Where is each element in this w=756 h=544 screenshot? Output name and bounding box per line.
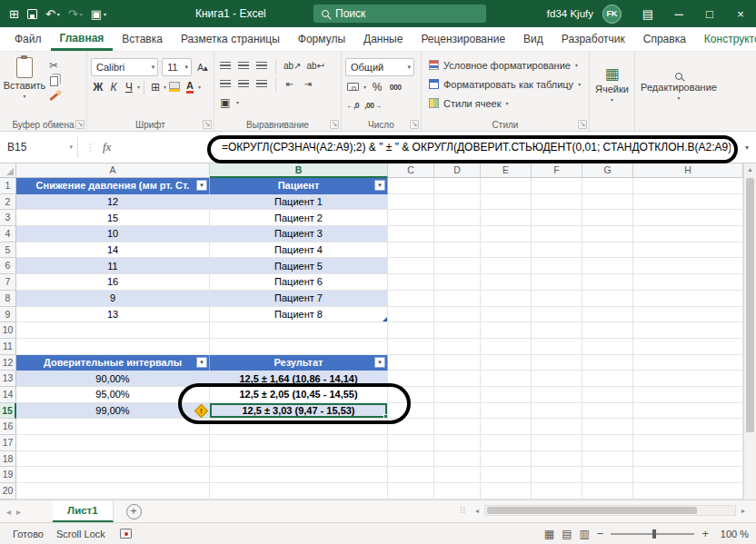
cell-H8[interactable] [633, 291, 743, 307]
cell-C14[interactable] [388, 387, 434, 403]
tab-developer[interactable]: Разработчик [552, 27, 634, 51]
zoom-in-button[interactable]: + [701, 527, 709, 540]
underline-button[interactable]: Ч [122, 79, 136, 94]
cell-A4[interactable]: 10 [16, 226, 210, 242]
cell-F10[interactable] [532, 322, 582, 339]
cell-H10[interactable] [633, 322, 743, 339]
cell-F18[interactable] [532, 451, 582, 468]
cut-button[interactable]: ✂ [45, 58, 62, 73]
conditional-formatting-button[interactable]: Условное форматирование ▾ [425, 55, 585, 74]
cell-D5[interactable] [434, 242, 481, 259]
page-break-view-icon[interactable]: ▥ [579, 528, 589, 540]
cell-H13[interactable] [633, 371, 743, 387]
cell-B9[interactable]: Пациент 8 [210, 307, 388, 323]
scroll-up-icon[interactable]: ▲ [744, 163, 756, 176]
comma-style-button[interactable]: 000 [388, 79, 403, 94]
close-button[interactable]: × [725, 0, 756, 27]
cell-A8[interactable]: 9 [16, 291, 210, 307]
cell-A12[interactable]: Доверительные интервалы▼ [16, 355, 210, 371]
row-header-17[interactable]: 17 [0, 435, 16, 451]
cell-G12[interactable] [582, 355, 633, 371]
cell-G10[interactable] [582, 322, 633, 339]
zoom-out-button[interactable]: − [597, 527, 604, 540]
align-center-button[interactable] [236, 76, 251, 92]
cell-G8[interactable] [582, 291, 633, 307]
row-header-14[interactable]: 14 [0, 387, 16, 403]
borders-dropdown-icon[interactable]: ▾ [164, 84, 166, 90]
cell-H7[interactable] [633, 274, 743, 291]
cell-A6[interactable]: 11 [16, 258, 210, 274]
cell-H15[interactable] [633, 403, 743, 420]
cell-F14[interactable] [532, 387, 582, 403]
redo-button[interactable]: ↷▾ [68, 8, 83, 20]
tab-page-layout[interactable]: Разметка страницы [172, 27, 289, 51]
cell-G14[interactable] [582, 387, 633, 403]
column-header-G[interactable]: G [582, 163, 633, 178]
select-all-corner[interactable] [0, 163, 16, 178]
cell-C16[interactable] [388, 419, 434, 435]
cell-E2[interactable] [481, 194, 532, 211]
row-header-10[interactable]: 10 [0, 322, 16, 339]
conditional-formatting-dropdown-icon[interactable]: ▾ [575, 62, 578, 68]
cell-C8[interactable] [388, 291, 434, 307]
italic-button[interactable]: К [106, 79, 121, 94]
cell-A11[interactable] [16, 339, 210, 355]
cell-H18[interactable] [633, 451, 743, 468]
macro-record-icon[interactable] [120, 529, 132, 539]
format-as-table-dropdown-icon[interactable]: ▾ [578, 81, 581, 87]
cell-F9[interactable] [532, 307, 582, 323]
cell-D3[interactable] [434, 210, 481, 226]
user-name[interactable]: fd34 Kjufy [547, 8, 593, 19]
cell-G16[interactable] [582, 419, 633, 435]
increase-decimal-button[interactable]: ←,0 [345, 97, 360, 113]
row-header-18[interactable]: 18 [0, 451, 16, 468]
cell-H20[interactable] [633, 483, 743, 499]
save-button[interactable] [27, 9, 37, 19]
number-format-combo[interactable]: Общий▾ [345, 58, 414, 76]
formula-input[interactable]: =ОКРУГЛ(СРЗНАЧ(A2:A9);2) & " ± " & ОКРУГ… [222, 132, 731, 163]
cell-B2[interactable]: Пациент 1 [210, 194, 388, 211]
column-header-E[interactable]: E [481, 163, 532, 178]
decrease-indent-button[interactable]: ⇤ [283, 76, 297, 92]
cell-D17[interactable] [434, 435, 481, 451]
cell-styles-button[interactable]: Стили ячеек ▾ [425, 94, 585, 113]
cell-E7[interactable] [481, 274, 532, 291]
cell-G18[interactable] [582, 451, 633, 468]
undo-button[interactable]: ↶▾ [45, 8, 60, 20]
merge-dropdown-icon[interactable]: ▾ [236, 99, 239, 105]
cell-B14[interactable]: 12,5 ± 2,05 (10,45 - 14,55) [210, 387, 388, 403]
cell-H5[interactable] [633, 242, 743, 259]
cell-E11[interactable] [481, 339, 532, 355]
column-header-D[interactable]: D [434, 163, 481, 178]
cell-A2[interactable]: 12 [16, 194, 210, 211]
row-header-1[interactable]: 1 [0, 178, 16, 194]
horizontal-scrollbar[interactable]: ⁞⁞ ◂ ▸ [460, 503, 751, 518]
cell-G1[interactable] [582, 178, 633, 194]
cell-E18[interactable] [481, 451, 532, 468]
percent-button[interactable]: % [370, 79, 384, 94]
font-size-combo[interactable]: 11▾ [162, 58, 192, 76]
font-name-dropdown-icon[interactable]: ▾ [152, 64, 155, 71]
row-header-20[interactable]: 20 [0, 483, 16, 499]
cell-H4[interactable] [633, 226, 743, 242]
cell-H3[interactable] [633, 210, 743, 226]
cell-E14[interactable] [481, 387, 532, 403]
cell-F17[interactable] [532, 435, 582, 451]
tab-data[interactable]: Данные [354, 27, 412, 51]
cell-D16[interactable] [434, 419, 481, 435]
cell-F12[interactable] [532, 355, 582, 371]
align-top-button[interactable] [218, 58, 233, 74]
cell-D12[interactable] [434, 355, 481, 371]
cell-H1[interactable] [633, 178, 743, 194]
row-header-11[interactable]: 11 [0, 339, 16, 355]
cells-button[interactable]: ▦ Ячейки ▾ [593, 55, 631, 114]
cell-F20[interactable] [532, 483, 582, 499]
editing-dropdown-icon[interactable]: ▾ [677, 94, 680, 101]
cell-C6[interactable] [388, 258, 434, 274]
cell-H9[interactable] [633, 307, 743, 323]
cell-G11[interactable] [582, 339, 633, 355]
font-dialog-launcher[interactable]: ↘ [203, 120, 212, 129]
avatar[interactable]: FK [602, 5, 622, 24]
zoom-slider[interactable] [611, 533, 694, 535]
cell-D19[interactable] [434, 467, 481, 483]
